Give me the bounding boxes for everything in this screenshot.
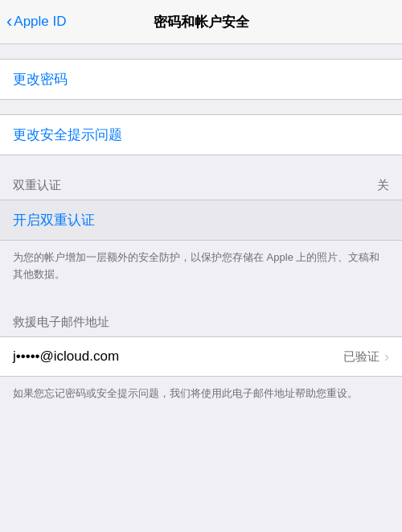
security-question-group: 更改安全提示问题 (0, 114, 402, 155)
enable-two-factor-row[interactable]: 开启双重认证 (0, 200, 402, 240)
chevron-left-icon: ‹ (6, 13, 12, 31)
rescue-email-description: 如果您忘记密码或安全提示问题，我们将使用此电子邮件地址帮助您重设。 (13, 387, 358, 399)
section-rescue-email: 救援电子邮件地址 j•••••@icloud.com 已验证 › 如果您忘记密码… (0, 304, 402, 410)
change-security-question-row[interactable]: 更改安全提示问题 (0, 115, 402, 155)
two-factor-description: 为您的帐户增加一层额外的安全防护，以保护您存储在 Apple 上的照片、文稿和其… (13, 251, 379, 280)
change-security-question-label: 更改安全提示问题 (13, 126, 122, 144)
two-factor-header: 双重认证 关 (0, 170, 402, 200)
nav-title: 密码和帐户安全 (154, 13, 249, 31)
nav-back-label: Apple ID (14, 14, 66, 30)
enable-two-factor-label: 开启双重认证 (13, 211, 95, 229)
chevron-right-icon: › (384, 348, 389, 365)
rescue-email-value: j•••••@icloud.com (13, 348, 119, 365)
change-password-label: 更改密码 (13, 70, 68, 89)
nav-back-button[interactable]: ‹ Apple ID (6, 13, 67, 31)
verified-badge: 已验证 (343, 349, 379, 365)
change-password-row[interactable]: 更改密码 (0, 60, 402, 99)
two-factor-group: 开启双重认证 (0, 200, 402, 241)
section-two-factor: 双重认证 关 开启双重认证 为您的帐户增加一层额外的安全防护，以保护您存储在 A… (0, 170, 402, 290)
rescue-email-group: j•••••@icloud.com 已验证 › (0, 336, 402, 377)
password-group: 更改密码 (0, 59, 402, 100)
section-security-question: 更改安全提示问题 (0, 114, 402, 155)
rescue-email-row[interactable]: j•••••@icloud.com 已验证 › (0, 337, 402, 376)
rescue-email-right: 已验证 › (343, 348, 389, 365)
section-password: 更改密码 (0, 59, 402, 100)
rescue-email-header-label: 救援电子邮件地址 (13, 315, 109, 328)
two-factor-status: 关 (377, 178, 389, 193)
two-factor-header-label: 双重认证 (13, 178, 61, 193)
rescue-email-description-block: 如果您忘记密码或安全提示问题，我们将使用此电子邮件地址帮助您重设。 (0, 377, 402, 410)
rescue-email-header: 救援电子邮件地址 (0, 304, 402, 336)
nav-bar: ‹ Apple ID 密码和帐户安全 (0, 0, 402, 44)
two-factor-description-block: 为您的帐户增加一层额外的安全防护，以保护您存储在 Apple 上的照片、文稿和其… (0, 241, 402, 290)
